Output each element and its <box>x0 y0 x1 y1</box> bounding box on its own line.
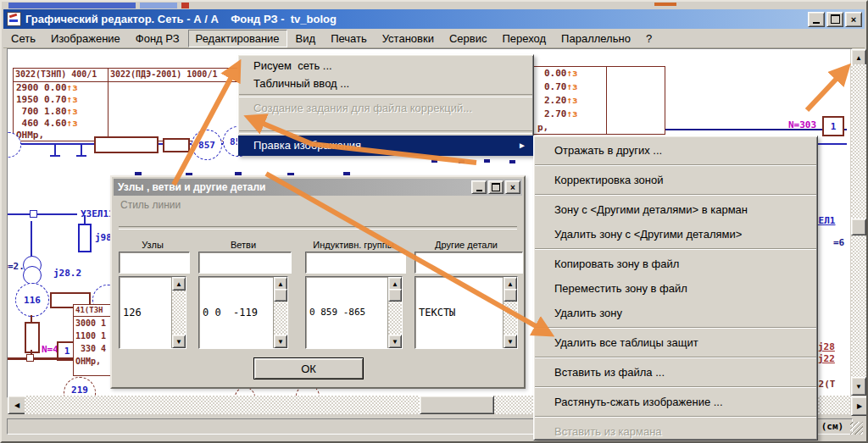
menu-item-settings[interactable]: Установки <box>376 30 441 47</box>
scroll-down-button[interactable]: ▼ <box>388 335 402 348</box>
listbox-scrollbar[interactable]: ▲ ▼ <box>171 277 186 348</box>
schematic-fragment <box>484 159 490 163</box>
maximize-button[interactable] <box>826 12 843 27</box>
table-row: 1950 0.70↑з <box>16 94 108 106</box>
submenu-item-stretch-shrink[interactable]: Растянуть-сжать изображение ... <box>534 390 817 414</box>
menu-item-transition[interactable]: Переход <box>495 30 553 47</box>
listbox-scrollbar[interactable]: ▲ ▼ <box>387 277 402 348</box>
listbox-scrollbar[interactable]: ▲ ▼ <box>503 277 517 348</box>
resistor <box>163 138 190 152</box>
submenu-item-zone-correct[interactable]: Корректировка зоной <box>534 168 817 192</box>
menu-item-print[interactable]: Печать <box>324 30 374 47</box>
maximize-icon <box>492 183 500 191</box>
table-header-cell: 3022(ПДЭ-2001) 1000/1 <box>108 69 243 81</box>
menu-item-fund[interactable]: Фонд РЗ <box>129 30 186 47</box>
menu-item-draw-net[interactable]: Рисуем сеть ... <box>238 57 533 75</box>
scroll-down-button[interactable]: ▼ <box>504 335 517 348</box>
scrollbar-thumb[interactable] <box>504 289 517 302</box>
relay-circle-857: 857 <box>192 130 222 160</box>
list-item[interactable]: 827 <box>123 346 171 348</box>
scroll-left-button[interactable]: ◀ <box>8 396 26 414</box>
resistor-vertical <box>25 322 40 353</box>
list-item[interactable]: ТЕКСТЫ <box>419 306 503 319</box>
bus-drop <box>54 145 56 155</box>
ok-button[interactable]: ОК <box>253 357 364 379</box>
other-details-listbox[interactable]: ТЕКСТЫ ОТРЕЗКИ ТАБЛИЦА ОКРУЖНОС ДУГИ ▲ ▼ <box>415 276 518 349</box>
other-filter-input[interactable] <box>415 252 523 274</box>
scrollbar-thumb[interactable] <box>851 219 866 235</box>
vetvi-filter-input[interactable] <box>198 252 292 274</box>
menu-separator <box>535 248 816 250</box>
listbox-scrollbar[interactable]: ▲ ▼ <box>273 277 287 348</box>
background-fragment <box>654 3 676 6</box>
menu-item-service[interactable]: Сервис <box>442 30 494 47</box>
table-row: 330 4 <box>74 342 115 355</box>
scrollbar-thumb[interactable] <box>274 289 287 302</box>
table-row: 700 1.80↑з <box>16 106 108 118</box>
dialog-titlebar[interactable]: Узлы , ветви и другие детали × <box>114 179 522 196</box>
vertical-scrollbar[interactable]: ▲ ▼ <box>851 49 866 396</box>
vetvi-listbox[interactable]: 0 0 -119 0 0 -129 0 0 -131 0 0 -132 0 0 … <box>198 276 288 349</box>
node-number-label: N=303 <box>788 119 816 130</box>
menu-separator <box>239 94 532 97</box>
close-button[interactable]: × <box>845 12 862 27</box>
branch-rect-j98 <box>78 224 92 252</box>
submenu-arrow-icon: ► <box>518 136 526 156</box>
scroll-down-button[interactable]: ▼ <box>274 335 287 348</box>
induktiv-listbox[interactable]: 0 859 -865 0 860 -864 0 862 -864 xxxxxxx… <box>305 276 403 349</box>
up-arrow-icon: ↑з <box>67 118 78 129</box>
dialog-close-button[interactable]: × <box>505 180 520 194</box>
menu-item-table-input[interactable]: Табличный ввод ... <box>238 75 533 92</box>
minimize-button[interactable] <box>808 12 825 27</box>
menu-item-image[interactable]: Изображение <box>44 30 127 47</box>
scrollbar-thumb[interactable] <box>388 289 402 302</box>
list-item[interactable]: 0 0 -129 <box>203 346 273 348</box>
submenu-item-delete-zone-with[interactable]: Удалить зону с <Другими деталями> <box>534 222 817 246</box>
menu-item-net[interactable]: Сеть <box>4 30 42 47</box>
schematic-fragment <box>459 160 465 163</box>
menu-item-edit-image[interactable]: Правка изображения ► <box>238 136 533 156</box>
uzly-filter-input[interactable] <box>119 252 190 274</box>
scroll-up-button[interactable]: ▲ <box>851 49 866 66</box>
induktiv-filter-input[interactable] <box>305 252 406 274</box>
window-titlebar[interactable]: Графический редактор. Сеть - А / А Фонд … <box>3 9 865 29</box>
table-row: 3000 1 <box>74 317 115 329</box>
menu-item-parallel[interactable]: Параллельно <box>554 30 637 47</box>
uzly-listbox[interactable]: 126 827 830 850 ▲ ▼ <box>119 276 186 349</box>
dialog-minimize-button[interactable] <box>471 180 487 194</box>
menu-separator <box>535 357 816 358</box>
table-row: 2900 0.00↑з <box>16 82 108 94</box>
submenu-item-delete-all-protection-tables[interactable]: Удалить все таблицы защит <box>534 330 817 355</box>
scrollbar-thumb[interactable] <box>420 396 494 414</box>
submenu-item-delete-zone[interactable]: Удалить зону <box>534 301 817 325</box>
table-divider <box>606 67 607 134</box>
j282-label: j28.2 <box>53 268 81 279</box>
scroll-down-button[interactable]: ▼ <box>172 335 186 348</box>
menu-separator <box>239 130 532 134</box>
menu-bar: Сеть Изображение Фонд РЗ Редактирование … <box>3 29 865 48</box>
menu-item-help[interactable]: ? <box>639 30 659 47</box>
list-item[interactable]: 126 <box>123 306 171 319</box>
submenu-item-insert-from-file[interactable]: Вставить из файла ... <box>534 360 817 385</box>
nodes-branches-dialog: Узлы , ветви и другие детали × Стиль лин… <box>110 175 526 389</box>
list-item[interactable]: 0 859 -865 <box>309 306 387 319</box>
submenu-item-zone-to-pocket[interactable]: Зону с <Другими деталями> в карман <box>534 197 817 222</box>
list-item[interactable]: ОТРЕЗКИ <box>419 346 503 348</box>
dialog-maximize-button[interactable] <box>488 180 504 194</box>
menu-item-view[interactable]: Вид <box>289 30 323 47</box>
menu-separator <box>535 386 816 388</box>
menu-item-edit[interactable]: Редактирование <box>188 30 287 47</box>
resize-grip[interactable] <box>850 422 863 435</box>
list-item[interactable]: 0 860 -864 <box>309 346 387 348</box>
scroll-down-button[interactable]: ▼ <box>851 377 866 396</box>
status-unit-cell: (см) <box>812 418 853 435</box>
submenu-item-move-zone-to-file[interactable]: Переместить зону в файл <box>534 276 817 301</box>
n4-label: N=4 <box>42 344 58 355</box>
list-item[interactable]: 0 0 -119 <box>203 306 273 319</box>
scroll-right-button[interactable]: ▶ <box>851 396 868 416</box>
scroll-up-button[interactable]: ▲ <box>172 277 186 291</box>
submenu-item-copy-zone-to-file[interactable]: Копировать зону в файл <box>534 252 817 276</box>
submenu-item-mirror[interactable]: Отражать в других ... <box>534 138 817 163</box>
table-footer: ОНМр, <box>74 355 115 368</box>
up-arrow-icon: ↑з <box>567 81 578 92</box>
